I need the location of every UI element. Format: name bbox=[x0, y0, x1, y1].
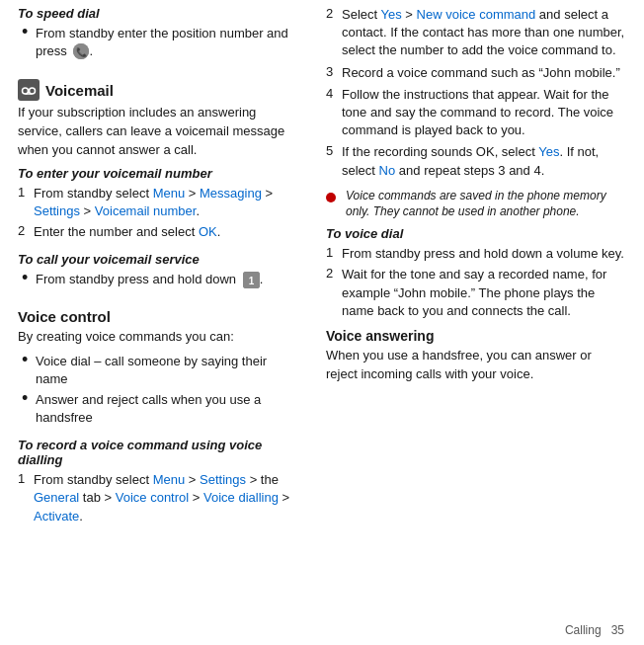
right-step4: 4 Follow the instructions that appear. W… bbox=[326, 86, 626, 140]
voice-dial-step2-num: 2 bbox=[326, 266, 342, 281]
record-step1-text: From standby select Menu > Settings > th… bbox=[34, 471, 298, 525]
right-step5: 5 If the recording sounds OK, select Yes… bbox=[326, 143, 626, 179]
voicemail-body: If your subscription includes an answeri… bbox=[18, 104, 298, 160]
right-step5-num: 5 bbox=[326, 143, 342, 158]
record-menu-link[interactable]: Menu bbox=[153, 472, 186, 487]
note-box: Voice commands are saved in the phone me… bbox=[326, 188, 626, 221]
menu-link[interactable]: Menu bbox=[153, 186, 186, 201]
right-step4-num: 4 bbox=[326, 86, 342, 101]
yes2-link[interactable]: Yes bbox=[538, 144, 559, 159]
messaging-link[interactable]: Messaging bbox=[200, 186, 262, 201]
bullet-dot3: • bbox=[22, 351, 36, 368]
speed-dial-text: From standby enter the position number a… bbox=[36, 25, 298, 60]
new-voice-command-link[interactable]: New voice command bbox=[417, 7, 536, 22]
general-link[interactable]: General bbox=[34, 490, 79, 505]
voice-control-heading-text: Voice control bbox=[18, 308, 111, 325]
right-step5-text: If the recording sounds OK, select Yes. … bbox=[342, 143, 626, 179]
step1-text: From standby select Menu > Messaging > S… bbox=[34, 185, 298, 220]
voice-control-body: By creating voice commands you can: bbox=[18, 328, 298, 347]
speed-dial-bullet-item: • From standby enter the position number… bbox=[18, 25, 298, 60]
record-settings-link[interactable]: Settings bbox=[200, 472, 246, 487]
record-title: To record a voice command using voice di… bbox=[18, 438, 298, 467]
right-column: 2 Select Yes > New voice command and sel… bbox=[312, 0, 644, 645]
voicemail-step1: 1 From standby select Menu > Messaging >… bbox=[18, 185, 298, 220]
record-step1: 1 From standby select Menu > Settings > … bbox=[18, 471, 298, 525]
voicemail-number-title: To enter your voicemail number bbox=[18, 166, 298, 181]
ok-link[interactable]: OK bbox=[199, 224, 217, 239]
voice-dial-step1-num: 1 bbox=[326, 245, 342, 260]
voice-bullet2: • Answer and reject calls when you use a… bbox=[18, 391, 298, 427]
voice-bullet2-text: Answer and reject calls when you use a h… bbox=[36, 391, 298, 427]
bullet-dot2: • bbox=[22, 269, 36, 286]
voice-dial-step1: 1 From standby press and hold down a vol… bbox=[326, 245, 626, 263]
right-step3: 3 Record a voice command such as “John m… bbox=[326, 64, 626, 82]
voice-control-link[interactable]: Voice control bbox=[116, 490, 189, 505]
voicemail-number-link[interactable]: Voicemail number bbox=[95, 203, 197, 218]
bullet-dot4: • bbox=[22, 389, 36, 407]
voicemail-heading: Voicemail bbox=[18, 79, 298, 101]
page-footer: Calling 35 bbox=[565, 623, 624, 637]
voice-dialling-link[interactable]: Voice dialling bbox=[203, 490, 279, 505]
page: To speed dial • From standby enter the p… bbox=[0, 0, 644, 645]
voice-answering-body: When you use a handsfree, you can answer… bbox=[326, 347, 626, 384]
speed-dial-title: To speed dial bbox=[18, 6, 298, 21]
record-step1-num: 1 bbox=[18, 471, 34, 486]
call-voicemail-text: From standby press and hold down 1 . bbox=[36, 271, 263, 288]
voicemail-icon bbox=[18, 79, 40, 101]
right-step3-num: 3 bbox=[326, 64, 342, 79]
step1-num: 1 bbox=[18, 185, 34, 200]
no-link[interactable]: No bbox=[379, 163, 396, 178]
step2-num: 2 bbox=[18, 223, 34, 238]
right-step2: 2 Select Yes > New voice command and sel… bbox=[326, 6, 626, 60]
voice-answering-heading: Voice answering bbox=[326, 328, 626, 344]
footer-page: 35 bbox=[611, 623, 624, 637]
right-step2-text: Select Yes > New voice command and selec… bbox=[342, 6, 626, 60]
hold-key-icon: 1 bbox=[243, 272, 260, 288]
svg-text:1: 1 bbox=[248, 276, 254, 286]
note-text: Voice commands are saved in the phone me… bbox=[346, 188, 626, 221]
voice-dial-step1-text: From standby press and hold down a volum… bbox=[342, 245, 624, 263]
settings-link[interactable]: Settings bbox=[34, 203, 80, 218]
footer-label: Calling bbox=[565, 623, 602, 637]
right-step2-num: 2 bbox=[326, 6, 342, 21]
voicemail-heading-text: Voicemail bbox=[45, 82, 114, 99]
voice-control-heading: Voice control bbox=[18, 308, 298, 325]
yes-link[interactable]: Yes bbox=[381, 7, 402, 22]
note-bullet-container bbox=[326, 190, 340, 202]
call-voicemail-bullet: • From standby press and hold down 1 . bbox=[18, 271, 298, 288]
note-bullet-icon bbox=[326, 193, 336, 202]
activate-link[interactable]: Activate bbox=[34, 509, 79, 524]
bullet-dot: • bbox=[22, 23, 36, 40]
phone-key-icon: 📞 bbox=[73, 43, 89, 59]
voice-bullet1-text: Voice dial – call someone by saying thei… bbox=[36, 353, 298, 388]
svg-text:📞: 📞 bbox=[76, 46, 88, 58]
right-step4-text: Follow the instructions that appear. Wai… bbox=[342, 86, 626, 140]
voice-dial-step2: 2 Wait for the tone and say a recorded n… bbox=[326, 266, 626, 320]
voicemail-step2: 2 Enter the number and select OK. bbox=[18, 223, 298, 241]
step2-text: Enter the number and select OK. bbox=[34, 223, 220, 241]
voice-dial-title: To voice dial bbox=[326, 226, 626, 241]
voice-bullet1: • Voice dial – call someone by saying th… bbox=[18, 353, 298, 388]
right-step3-text: Record a voice command such as “John mob… bbox=[342, 64, 620, 82]
voice-dial-step2-text: Wait for the tone and say a recorded nam… bbox=[342, 266, 626, 320]
left-column: To speed dial • From standby enter the p… bbox=[0, 0, 312, 645]
call-voicemail-title: To call your voicemail service bbox=[18, 252, 298, 267]
